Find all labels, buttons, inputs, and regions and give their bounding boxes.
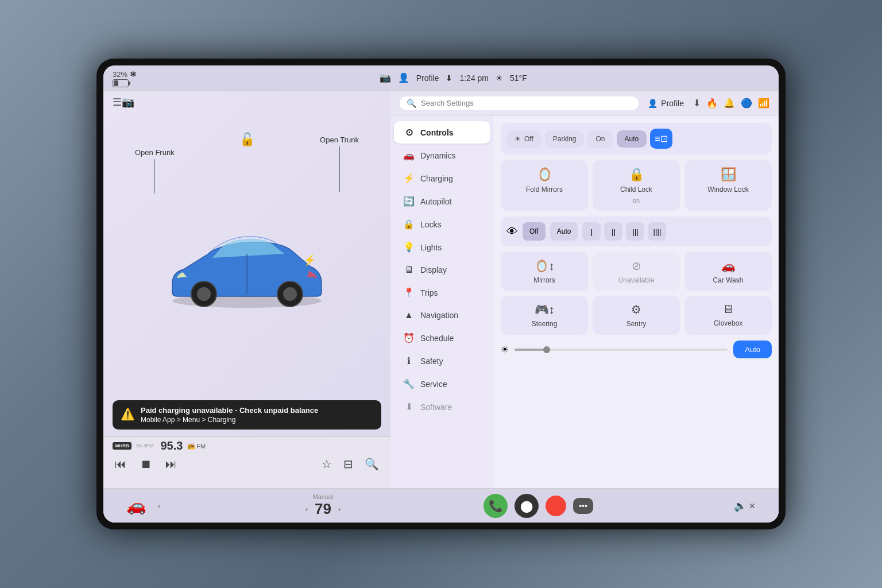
child-lock-button[interactable]: 🔒 Child Lock on	[593, 160, 680, 211]
wiper-off-button[interactable]: Off	[523, 222, 546, 241]
sentry-button[interactable]: ⚙ Sentry	[593, 296, 680, 335]
wiper-section: 👁 Off Auto | || |||	[501, 216, 772, 246]
radio-info: WHRB 95.3FM 95.3 📻 FM	[113, 439, 381, 452]
lights-parking-button[interactable]: Parking	[545, 130, 585, 148]
trips-label: Trips	[420, 288, 438, 297]
lights-mode-button[interactable]: ≡⊡	[650, 129, 672, 149]
sentry-label: Sentry	[626, 320, 647, 328]
status-profile-label[interactable]: Profile	[416, 74, 439, 83]
profile-icon-header: 👤	[648, 99, 657, 108]
brightness-thumb[interactable]	[543, 346, 550, 353]
search-box[interactable]: 🔍	[400, 96, 639, 110]
open-trunk-label[interactable]: Open Trunk	[320, 136, 359, 192]
prev-track-button[interactable]: ⏮	[113, 455, 129, 473]
schedule-label: Schedule	[420, 334, 454, 343]
mirrors-button[interactable]: 🪞↕ Mirrors	[501, 252, 588, 291]
next-track-button[interactable]: ⏭	[163, 455, 179, 473]
media-controls[interactable]: ⏮ ⏹ ⏭ ☆ ⊟ 🔍	[113, 455, 381, 473]
sidebar-item-charging[interactable]: ⚡ Charging	[394, 167, 490, 189]
mute-indicator: 🔈 ✕	[734, 500, 756, 512]
sidebar-item-trips[interactable]: 📍 Trips	[394, 281, 490, 304]
lights-control-row: ☀ Off Parking On Auto	[501, 123, 772, 154]
svg-text:⚡: ⚡	[303, 254, 316, 266]
sidebar-item-autopilot[interactable]: 🔄 Autopilot	[394, 190, 490, 212]
battery-display	[113, 79, 129, 87]
temp-down-button[interactable]: ‹	[303, 505, 310, 513]
search-input[interactable]	[421, 99, 632, 107]
child-lock-label: Child Lock	[620, 185, 652, 194]
glovebox-button[interactable]: 🖥 Glovebox	[684, 296, 772, 335]
phone-button[interactable]: 📞	[483, 494, 508, 518]
unavailable-label: Unavailable	[618, 276, 655, 284]
sidebar-item-dynamics[interactable]: 🚗 Dynamics	[394, 144, 490, 167]
service-icon: 🔧	[403, 378, 415, 389]
auto-brightness-button[interactable]: Auto	[733, 341, 772, 358]
lock-icon: 🔓	[239, 132, 255, 147]
wiper-speed-2-button[interactable]: ||	[604, 222, 622, 241]
sidebar-item-software[interactable]: ⬇ Software	[394, 396, 490, 418]
profile-section[interactable]: 👤 Profile	[648, 99, 684, 108]
wiper-speed-4-button[interactable]: ||||	[648, 222, 666, 241]
status-left: 32% ❄	[113, 69, 137, 87]
alert-warning-icon: ⚠️	[121, 407, 135, 421]
car-image: ⚡	[155, 203, 339, 318]
sidebar-item-schedule[interactable]: ⏰ Schedule	[394, 327, 490, 349]
sidebar-item-safety[interactable]: ℹ Safety	[394, 350, 490, 372]
window-lock-label: Window Lock	[707, 185, 748, 194]
car-panel: ☰📷 Open Frunk 🔓	[103, 91, 390, 488]
sidebar-item-lights[interactable]: 💡 Lights	[394, 236, 490, 258]
download-icon: ⬇	[446, 74, 452, 83]
car-wash-label: Car Wash	[713, 276, 744, 284]
lights-auto-button[interactable]: Auto	[617, 130, 647, 148]
sidebar-item-navigation[interactable]: ▲ Navigation	[394, 304, 490, 326]
wiper-speed-3-button[interactable]: |||	[626, 222, 644, 241]
brightness-slider[interactable]	[514, 349, 728, 351]
sidebar-item-display[interactable]: 🖥 Display	[394, 259, 490, 281]
sidebar-item-service[interactable]: 🔧 Service	[394, 373, 490, 395]
car-wash-button[interactable]: 🚗 Car Wash	[684, 252, 772, 291]
search-media-button[interactable]: 🔍	[362, 455, 381, 473]
sidebar-item-controls[interactable]: ⊙ Controls	[394, 121, 490, 144]
lights-off-button[interactable]: ☀ Off	[506, 130, 541, 148]
equalizer-button[interactable]: ⊟	[341, 455, 355, 473]
radio-band-icon: 📻	[187, 442, 195, 450]
locks-icon: 🔒	[403, 219, 415, 230]
camera-taskbar-button[interactable]: ⬤	[514, 494, 539, 518]
software-icon: ⬇	[403, 401, 415, 412]
settings-header: 🔍 👤 Profile ⬇ 🔥 🔔 🔵 📶	[390, 91, 779, 116]
temp-prev-button[interactable]: ‹	[156, 502, 163, 510]
sidebar-item-locks[interactable]: 🔒 Locks	[394, 213, 490, 235]
more-apps-button[interactable]: •••	[573, 498, 593, 514]
menu-icon[interactable]: ☰📷	[113, 96, 134, 109]
temp-up-button[interactable]: ›	[336, 505, 343, 513]
stop-button[interactable]: ⏹	[138, 455, 154, 473]
mirrors-label: Mirrors	[533, 276, 555, 284]
wiper-auto-button[interactable]: Auto	[550, 222, 578, 241]
sentry-icon: ⚙	[631, 303, 641, 316]
dynamics-icon: 🚗	[403, 150, 415, 161]
favorite-button[interactable]: ☆	[319, 455, 334, 473]
safety-icon: ℹ	[403, 355, 415, 366]
taskbar-center-icons: 📞 ⬤ •••	[483, 494, 593, 518]
search-icon: 🔍	[407, 99, 416, 108]
navigation-icon: ▲	[403, 310, 415, 320]
navigation-label: Navigation	[420, 311, 458, 320]
actions-grid: 🪞↕ Mirrors ⊘ Unavailable 🚗 Car Wash	[501, 252, 772, 335]
record-button[interactable]	[546, 496, 566, 516]
fold-mirrors-label: Fold Mirrors	[526, 185, 563, 194]
tablet-screen: 32% ❄ 📷 👤 Profile ⬇ 1:24 pm ☀ 51°F	[103, 65, 779, 523]
profile-label-header: Profile	[661, 99, 684, 108]
glovebox-label: Glovebox	[714, 319, 743, 327]
open-frunk-label[interactable]: Open Frunk	[135, 148, 175, 194]
car-icon-taskbar[interactable]: 🚗	[126, 496, 146, 515]
fold-mirrors-button[interactable]: 🪞 Fold Mirrors	[501, 160, 588, 211]
taskbar-left: 🚗 ‹	[126, 496, 163, 515]
wiper-speed-1-button[interactable]: |	[582, 222, 601, 241]
window-lock-button[interactable]: 🪟 Window Lock	[684, 160, 772, 211]
taskbar-right: 🔈 ✕	[734, 500, 756, 512]
safety-label: Safety	[420, 357, 443, 366]
steering-button[interactable]: 🎮↕ Steering	[501, 296, 588, 335]
alert-box: ⚠️ Paid charging unavailable - Check unp…	[113, 400, 381, 430]
lights-on-button[interactable]: On	[587, 130, 613, 148]
locks-label: Locks	[420, 220, 442, 229]
